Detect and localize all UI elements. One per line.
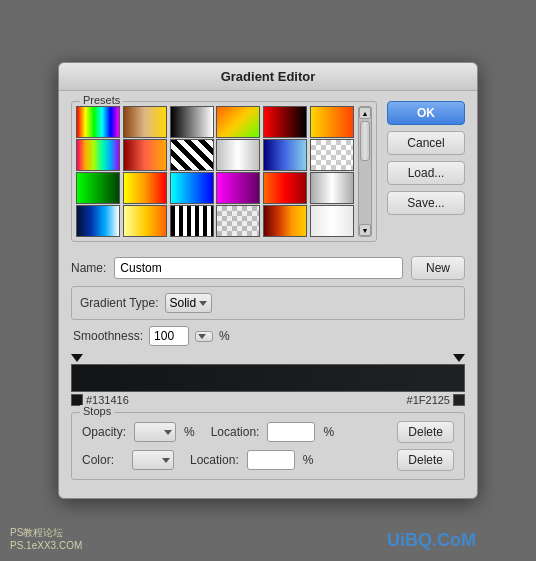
smoothness-arrow-select[interactable] bbox=[195, 331, 213, 342]
smoothness-input[interactable] bbox=[149, 326, 189, 346]
opacity-percent: % bbox=[184, 425, 195, 439]
preset-item[interactable] bbox=[263, 205, 307, 237]
scroll-thumb[interactable] bbox=[360, 121, 370, 161]
load-button[interactable]: Load... bbox=[387, 161, 465, 185]
name-label: Name: bbox=[71, 261, 106, 275]
opacity-label: Opacity: bbox=[82, 425, 126, 439]
preset-item[interactable] bbox=[310, 139, 354, 171]
presets-grid bbox=[76, 106, 356, 237]
dialog-title: Gradient Editor bbox=[59, 63, 477, 91]
preset-item[interactable] bbox=[310, 205, 354, 237]
color-location-label: Location: bbox=[190, 453, 239, 467]
gradient-preview[interactable] bbox=[71, 364, 465, 392]
preset-item[interactable] bbox=[170, 106, 214, 138]
presets-scrollbar: ▲ ▼ bbox=[358, 106, 372, 237]
cancel-button[interactable]: Cancel bbox=[387, 131, 465, 155]
watermark1: PS教程论坛 PS.1eXX3.COM bbox=[10, 526, 82, 551]
presets-label: Presets bbox=[80, 94, 123, 106]
gradient-bar-container: #131416 #1F2125 bbox=[71, 354, 465, 406]
color-arrow-icon bbox=[162, 458, 170, 463]
preset-item[interactable] bbox=[216, 205, 260, 237]
opacity-location-label: Location: bbox=[211, 425, 260, 439]
gradient-type-label: Gradient Type: bbox=[80, 296, 159, 310]
ok-button[interactable]: OK bbox=[387, 101, 465, 125]
preset-item[interactable] bbox=[216, 139, 260, 171]
color-select[interactable] bbox=[132, 450, 174, 470]
preset-item[interactable] bbox=[123, 139, 167, 171]
gradient-type-select[interactable]: Solid bbox=[165, 293, 213, 313]
preset-item[interactable] bbox=[170, 139, 214, 171]
right-panel: OK Cancel Load... Save... bbox=[387, 101, 465, 250]
preset-item[interactable] bbox=[123, 106, 167, 138]
preset-item[interactable] bbox=[76, 139, 120, 171]
preset-item[interactable] bbox=[76, 205, 120, 237]
gradient-type-value: Solid bbox=[170, 296, 197, 310]
smoothness-label: Smoothness: bbox=[73, 329, 143, 343]
opacity-delete-button[interactable]: Delete bbox=[397, 421, 454, 443]
right-stop-hex-label: #1F2125 bbox=[407, 394, 450, 406]
right-color-stop[interactable]: #1F2125 bbox=[407, 394, 465, 406]
name-row: Name: New bbox=[71, 256, 465, 280]
color-stops-labels: #131416 #1F2125 bbox=[71, 394, 465, 406]
new-button[interactable]: New bbox=[411, 256, 465, 280]
left-panel: Presets bbox=[71, 101, 377, 250]
color-location-percent: % bbox=[303, 453, 314, 467]
color-row: Color: Location: % Delete bbox=[82, 449, 454, 471]
right-stop-swatch bbox=[453, 394, 465, 406]
gradient-editor-dialog: Gradient Editor Presets bbox=[58, 62, 478, 499]
preset-item[interactable] bbox=[216, 106, 260, 138]
preset-item[interactable] bbox=[123, 172, 167, 204]
gradient-type-arrow-icon bbox=[199, 301, 207, 306]
opacity-row: Opacity: % Location: % Delete bbox=[82, 421, 454, 443]
opacity-select[interactable] bbox=[134, 422, 176, 442]
preset-item[interactable] bbox=[263, 106, 307, 138]
save-button[interactable]: Save... bbox=[387, 191, 465, 215]
color-location-input[interactable] bbox=[247, 450, 295, 470]
gradient-type-row: Gradient Type: Solid bbox=[71, 286, 465, 320]
name-input[interactable] bbox=[114, 257, 403, 279]
stops-group-label: Stops bbox=[80, 405, 114, 417]
right-opacity-stop-icon[interactable] bbox=[453, 354, 465, 362]
preset-item[interactable] bbox=[310, 172, 354, 204]
preset-item[interactable] bbox=[263, 172, 307, 204]
gradient-settings: Gradient Type: Solid Smoothness: % bbox=[71, 286, 465, 346]
presets-area: ▲ ▼ bbox=[76, 106, 372, 237]
opacity-location-percent: % bbox=[323, 425, 334, 439]
stops-group: Stops Opacity: % Location: % Delete Colo… bbox=[71, 412, 465, 480]
left-opacity-stop-icon[interactable] bbox=[71, 354, 83, 362]
preset-item[interactable] bbox=[170, 205, 214, 237]
smoothness-row: Smoothness: % bbox=[71, 326, 465, 346]
opacity-location-input[interactable] bbox=[267, 422, 315, 442]
color-label: Color: bbox=[82, 453, 114, 467]
preset-item[interactable] bbox=[76, 106, 120, 138]
preset-item[interactable] bbox=[216, 172, 260, 204]
smoothness-percent: % bbox=[219, 329, 230, 343]
preset-item[interactable] bbox=[123, 205, 167, 237]
watermark2: UiBQ.CoM bbox=[387, 530, 476, 551]
color-delete-button[interactable]: Delete bbox=[397, 449, 454, 471]
preset-item[interactable] bbox=[170, 172, 214, 204]
scroll-up-button[interactable]: ▲ bbox=[359, 107, 371, 119]
preset-item[interactable] bbox=[310, 106, 354, 138]
stop-indicators-top bbox=[71, 354, 465, 362]
scroll-down-button[interactable]: ▼ bbox=[359, 224, 371, 236]
smoothness-arrow-icon bbox=[198, 334, 206, 339]
preset-item[interactable] bbox=[76, 172, 120, 204]
preset-item[interactable] bbox=[263, 139, 307, 171]
opacity-arrow-icon bbox=[164, 430, 172, 435]
presets-group: Presets bbox=[71, 101, 377, 242]
